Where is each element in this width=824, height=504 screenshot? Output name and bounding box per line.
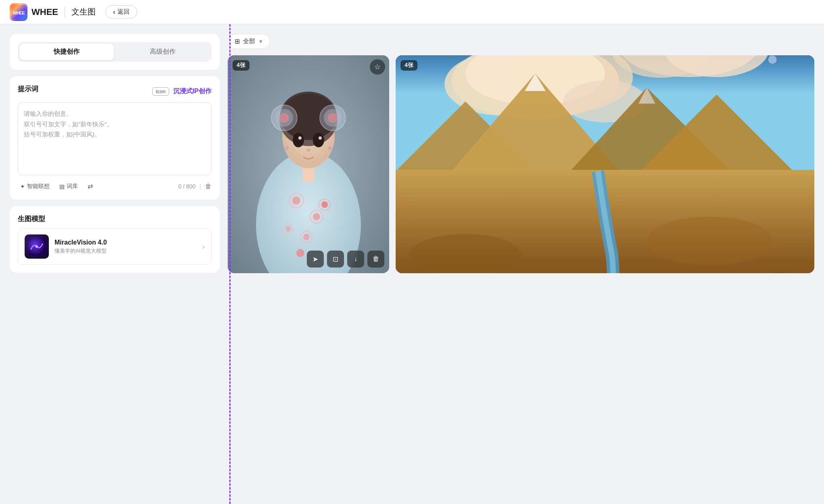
tabs-card: 快捷创作 高级创作 [10,34,220,70]
char-count: 0 / 800 [178,183,196,190]
word-bank-label: 词库 [67,183,78,190]
image-1-delete-button[interactable]: 🗑 [367,251,384,268]
svg-point-4 [30,248,32,250]
smart-suggest-button[interactable]: ✦ 智能联想 [18,181,52,192]
word-bank-icon: ▤ [59,183,65,190]
svg-point-35 [296,249,304,257]
shuffle-icon: ⇄ [88,182,93,190]
tab-advanced-create[interactable]: 高级创作 [115,44,210,60]
tabs-row: 快捷创作 高级创作 [18,42,212,62]
prompt-header: 提示词 icon 沉浸式IP创作 [18,84,212,98]
icon-badge: icon [152,87,169,96]
image-card-2[interactable]: 4张 [396,55,814,273]
svg-point-5 [42,243,43,245]
delete-icon: 🗑 [373,255,380,263]
svg-point-26 [293,133,304,147]
back-label: 返回 [117,8,130,16]
header: WHEE WHEE 文生图 ‹ 返回 [0,0,824,24]
image-1-share-button[interactable]: ➤ [307,251,324,268]
smart-suggest-label: 智能联想 [27,183,50,190]
model-thumb-inner [25,234,49,259]
svg-point-29 [319,136,322,140]
svg-point-9 [292,197,300,205]
tab-quick-create[interactable]: 快捷创作 [19,44,114,60]
image-2-badge: 4张 [400,60,417,71]
shuffle-button[interactable]: ⇄ [85,181,95,192]
back-chevron-icon: ‹ [113,8,115,16]
back-button[interactable]: ‹ 返回 [105,5,137,19]
image-1-badge: 4张 [233,60,250,71]
grid-icon: ⊞ [235,38,240,45]
model-chevron-icon: › [202,243,205,251]
model-selector[interactable]: MiracleVision 4.0 懂美学的AI视觉大模型 › [18,228,212,265]
model-section-label: 生图模型 [18,214,212,224]
svg-point-27 [313,133,324,147]
whee-logo-icon: WHEE [10,3,27,21]
svg-point-30 [306,148,311,152]
image-preview-2 [396,55,814,273]
filter-bar: ⊞ 全部 ▼ [228,34,814,49]
word-bank-button[interactable]: ▤ 词库 [57,181,80,192]
main-layout: 快捷创作 高级创作 提示词 icon 沉浸式IP创作 请输入你的创意。 双引号可… [0,24,824,504]
right-panel: ⊞ 全部 ▼ [228,34,814,494]
model-desc: 懂美学的AI视觉大模型 [55,247,197,255]
image-1-edit-button[interactable]: ⊡ [327,251,344,268]
edit-image-icon: ⊡ [333,255,338,264]
smart-suggest-icon: ✦ [20,183,25,190]
model-name: MiracleVision 4.0 [55,239,197,246]
svg-point-25 [328,113,338,123]
prompt-textarea[interactable]: 请输入你的创意。 双引号可加文字，如"新年快乐"。 括号可加权重，如(中国风)。 [18,102,212,175]
image-1-star-button[interactable]: ☆ [370,59,385,75]
prompt-card: 提示词 icon 沉浸式IP创作 请输入你的创意。 双引号可加文字，如"新年快乐… [10,76,220,200]
header-divider [65,6,65,18]
logo-area: WHEE WHEE [10,3,58,21]
footer-right: 0 / 800 | 🗑 [178,183,212,190]
prompt-section-label: 提示词 [18,84,38,94]
svg-text:WHEE: WHEE [13,10,25,15]
image-1-actions: ➤ ⊡ ↓ 🗑 [307,251,384,268]
svg-point-11 [313,213,320,220]
page-title: 文生图 [71,6,96,17]
image-grid: 4张 ☆ ➤ ⊡ ↓ 🗑 [228,55,814,494]
download-icon: ↓ [354,255,358,263]
model-card-container: 生图模型 [10,206,220,273]
svg-point-13 [303,234,310,240]
immersive-link[interactable]: 沉浸式IP创作 [173,87,212,96]
svg-point-22 [279,113,289,123]
chevron-down-icon: ▼ [258,39,263,44]
svg-point-40 [768,55,777,64]
footer-actions: ✦ 智能联想 ▤ 词库 ⇄ [18,181,95,192]
left-panel: 快捷创作 高级创作 提示词 icon 沉浸式IP创作 请输入你的创意。 双引号可… [10,34,220,494]
image-preview-1 [228,55,389,273]
image-card-1[interactable]: 4张 ☆ ➤ ⊡ ↓ 🗑 [228,55,389,273]
model-info: MiracleVision 4.0 懂美学的AI视觉大模型 [55,239,197,255]
svg-point-15 [285,226,291,232]
logo-text: WHEE [31,7,58,17]
image-1-download-button[interactable]: ↓ [347,251,364,268]
svg-point-28 [298,136,302,140]
star-icon: ☆ [374,63,381,71]
share-icon: ➤ [312,255,318,264]
clear-button[interactable]: 🗑 [205,183,212,190]
svg-point-3 [36,245,38,248]
svg-point-32 [328,146,332,150]
svg-point-33 [321,201,328,208]
prompt-footer: ✦ 智能联想 ▤ 词库 ⇄ 0 / 800 | 🗑 [18,181,212,192]
model-thumbnail [25,234,49,259]
svg-point-57 [647,217,772,266]
filter-label: 全部 [243,38,255,45]
filter-dropdown[interactable]: ⊞ 全部 ▼ [228,34,270,49]
svg-point-31 [285,146,289,150]
